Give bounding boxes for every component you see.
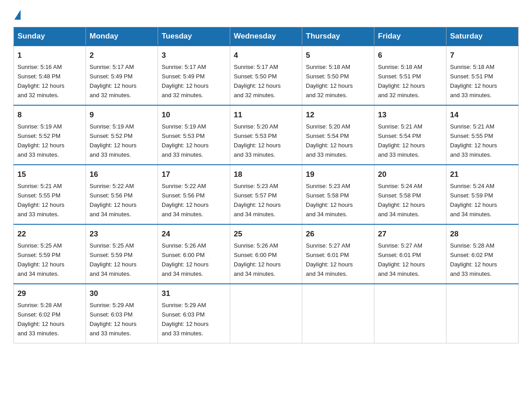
day-number: 10: [162, 109, 226, 121]
day-number: 27: [378, 228, 442, 240]
day-info: Sunrise: 5:19 AMSunset: 5:52 PMDaylight:…: [90, 123, 137, 158]
day-info: Sunrise: 5:16 AMSunset: 5:48 PMDaylight:…: [17, 64, 64, 98]
calendar-cell: 18Sunrise: 5:23 AMSunset: 5:57 PMDayligh…: [230, 165, 302, 224]
week-row-4: 22Sunrise: 5:25 AMSunset: 5:59 PMDayligh…: [14, 224, 519, 284]
day-number: 5: [306, 50, 370, 61]
day-info: Sunrise: 5:18 AMSunset: 5:51 PMDaylight:…: [450, 64, 497, 98]
day-number: 1: [17, 50, 82, 61]
calendar-cell: 19Sunrise: 5:23 AMSunset: 5:58 PMDayligh…: [302, 165, 374, 224]
day-info: Sunrise: 5:25 AMSunset: 5:59 PMDaylight:…: [17, 242, 64, 277]
day-number: 25: [234, 228, 298, 240]
header-wednesday: Wednesday: [230, 27, 302, 46]
header-thursday: Thursday: [302, 27, 374, 46]
day-info: Sunrise: 5:20 AMSunset: 5:53 PMDaylight:…: [234, 123, 281, 158]
calendar-cell: 27Sunrise: 5:27 AMSunset: 6:01 PMDayligh…: [374, 224, 446, 284]
day-number: 28: [450, 228, 515, 240]
calendar-cell: 16Sunrise: 5:22 AMSunset: 5:56 PMDayligh…: [86, 165, 158, 224]
day-number: 9: [90, 109, 154, 121]
day-info: Sunrise: 5:17 AMSunset: 5:49 PMDaylight:…: [90, 64, 137, 98]
day-info: Sunrise: 5:29 AMSunset: 6:03 PMDaylight:…: [90, 302, 137, 337]
calendar-cell: 3Sunrise: 5:17 AMSunset: 5:49 PMDaylight…: [158, 46, 230, 105]
calendar-cell: [302, 284, 374, 343]
calendar-cell: 9Sunrise: 5:19 AMSunset: 5:52 PMDaylight…: [86, 105, 158, 165]
calendar-cell: [446, 284, 519, 343]
calendar-cell: 4Sunrise: 5:17 AMSunset: 5:50 PMDaylight…: [230, 46, 302, 105]
day-number: 12: [306, 109, 370, 121]
day-number: 17: [162, 169, 226, 180]
day-info: Sunrise: 5:26 AMSunset: 6:00 PMDaylight:…: [234, 242, 281, 277]
calendar-cell: 6Sunrise: 5:18 AMSunset: 5:51 PMDaylight…: [374, 46, 446, 105]
calendar-cell: 13Sunrise: 5:21 AMSunset: 5:54 PMDayligh…: [374, 105, 446, 165]
header-tuesday: Tuesday: [158, 27, 230, 46]
day-info: Sunrise: 5:19 AMSunset: 5:52 PMDaylight:…: [17, 123, 64, 158]
day-info: Sunrise: 5:19 AMSunset: 5:53 PMDaylight:…: [162, 123, 209, 158]
day-info: Sunrise: 5:22 AMSunset: 5:56 PMDaylight:…: [162, 183, 209, 218]
header-friday: Friday: [374, 27, 446, 46]
day-info: Sunrise: 5:28 AMSunset: 6:02 PMDaylight:…: [17, 302, 64, 337]
header-sunday: Sunday: [14, 27, 86, 46]
calendar-cell: 25Sunrise: 5:26 AMSunset: 6:00 PMDayligh…: [230, 224, 302, 284]
day-number: 2: [90, 50, 154, 61]
header-saturday: Saturday: [446, 27, 519, 46]
day-info: Sunrise: 5:18 AMSunset: 5:51 PMDaylight:…: [378, 64, 425, 98]
day-info: Sunrise: 5:23 AMSunset: 5:58 PMDaylight:…: [306, 183, 353, 218]
day-number: 8: [17, 109, 82, 121]
calendar-cell: [374, 284, 446, 343]
calendar-cell: 20Sunrise: 5:24 AMSunset: 5:58 PMDayligh…: [374, 165, 446, 224]
day-info: Sunrise: 5:24 AMSunset: 5:59 PMDaylight:…: [450, 183, 497, 218]
calendar-cell: 1Sunrise: 5:16 AMSunset: 5:48 PMDaylight…: [14, 46, 86, 105]
day-number: 6: [378, 50, 442, 61]
day-info: Sunrise: 5:21 AMSunset: 5:55 PMDaylight:…: [450, 123, 497, 158]
day-number: 23: [90, 228, 154, 240]
day-info: Sunrise: 5:18 AMSunset: 5:50 PMDaylight:…: [306, 64, 353, 98]
day-number: 11: [234, 109, 298, 121]
calendar-cell: 5Sunrise: 5:18 AMSunset: 5:50 PMDaylight…: [302, 46, 374, 105]
day-number: 21: [450, 169, 515, 180]
day-info: Sunrise: 5:25 AMSunset: 5:59 PMDaylight:…: [90, 242, 137, 277]
day-number: 20: [378, 169, 442, 180]
calendar-header-row: SundayMondayTuesdayWednesdayThursdayFrid…: [14, 27, 519, 46]
day-info: Sunrise: 5:21 AMSunset: 5:54 PMDaylight:…: [378, 123, 425, 158]
logo: [13, 9, 21, 19]
day-number: 3: [162, 50, 226, 61]
calendar-cell: [230, 284, 302, 343]
week-row-5: 29Sunrise: 5:28 AMSunset: 6:02 PMDayligh…: [14, 284, 519, 343]
day-info: Sunrise: 5:24 AMSunset: 5:58 PMDaylight:…: [378, 183, 425, 218]
calendar-cell: 31Sunrise: 5:29 AMSunset: 6:03 PMDayligh…: [158, 284, 230, 343]
calendar-cell: 23Sunrise: 5:25 AMSunset: 5:59 PMDayligh…: [86, 224, 158, 284]
calendar-cell: 17Sunrise: 5:22 AMSunset: 5:56 PMDayligh…: [158, 165, 230, 224]
day-number: 22: [17, 228, 82, 240]
page-header: [13, 9, 519, 19]
calendar-cell: 12Sunrise: 5:20 AMSunset: 5:54 PMDayligh…: [302, 105, 374, 165]
day-number: 16: [90, 169, 154, 180]
day-number: 18: [234, 169, 298, 180]
day-number: 26: [306, 228, 370, 240]
calendar-cell: 28Sunrise: 5:28 AMSunset: 6:02 PMDayligh…: [446, 224, 519, 284]
day-info: Sunrise: 5:22 AMSunset: 5:56 PMDaylight:…: [90, 183, 137, 218]
day-number: 31: [162, 288, 226, 300]
week-row-3: 15Sunrise: 5:21 AMSunset: 5:55 PMDayligh…: [14, 165, 519, 224]
calendar-cell: 26Sunrise: 5:27 AMSunset: 6:01 PMDayligh…: [302, 224, 374, 284]
calendar-cell: 14Sunrise: 5:21 AMSunset: 5:55 PMDayligh…: [446, 105, 519, 165]
day-number: 24: [162, 228, 226, 240]
calendar-cell: 7Sunrise: 5:18 AMSunset: 5:51 PMDaylight…: [446, 46, 519, 105]
calendar-cell: 10Sunrise: 5:19 AMSunset: 5:53 PMDayligh…: [158, 105, 230, 165]
calendar-table: SundayMondayTuesdayWednesdayThursdayFrid…: [13, 27, 519, 343]
day-info: Sunrise: 5:27 AMSunset: 6:01 PMDaylight:…: [306, 242, 353, 277]
logo-triangle-icon: [14, 10, 21, 20]
day-number: 4: [234, 50, 298, 61]
day-info: Sunrise: 5:29 AMSunset: 6:03 PMDaylight:…: [162, 302, 209, 337]
day-info: Sunrise: 5:17 AMSunset: 5:49 PMDaylight:…: [162, 64, 209, 98]
day-number: 13: [378, 109, 442, 121]
calendar-cell: 29Sunrise: 5:28 AMSunset: 6:02 PMDayligh…: [14, 284, 86, 343]
calendar-cell: 15Sunrise: 5:21 AMSunset: 5:55 PMDayligh…: [14, 165, 86, 224]
day-info: Sunrise: 5:26 AMSunset: 6:00 PMDaylight:…: [162, 242, 209, 277]
day-info: Sunrise: 5:28 AMSunset: 6:02 PMDaylight:…: [450, 242, 497, 277]
header-monday: Monday: [86, 27, 158, 46]
calendar-cell: 2Sunrise: 5:17 AMSunset: 5:49 PMDaylight…: [86, 46, 158, 105]
day-number: 30: [90, 288, 154, 300]
calendar-cell: 11Sunrise: 5:20 AMSunset: 5:53 PMDayligh…: [230, 105, 302, 165]
day-number: 7: [450, 50, 515, 61]
calendar-cell: 21Sunrise: 5:24 AMSunset: 5:59 PMDayligh…: [446, 165, 519, 224]
week-row-2: 8Sunrise: 5:19 AMSunset: 5:52 PMDaylight…: [14, 105, 519, 165]
